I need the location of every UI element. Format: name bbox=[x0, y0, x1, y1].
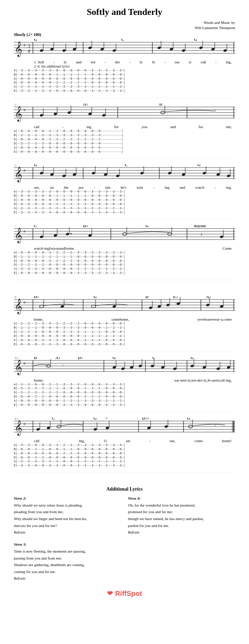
svg-point-168 bbox=[149, 306, 152, 309]
svg-point-164 bbox=[91, 305, 96, 308]
svg-text:♭: ♭ bbox=[175, 302, 177, 305]
svg-point-130 bbox=[65, 232, 69, 235]
tab-grid-5: e|--2---2---2---3---3---3---2---2---2---… bbox=[14, 322, 235, 347]
svg-point-205 bbox=[121, 367, 125, 370]
svg-point-221 bbox=[216, 367, 220, 370]
notation-row-4: 𝄞 # 7 C D7 G Refrain bbox=[14, 225, 235, 280]
verse4-line1: Oh, for the wonderful love he has promis… bbox=[128, 502, 235, 509]
svg-point-133 bbox=[88, 234, 92, 237]
svg-text:3: 3 bbox=[28, 44, 30, 49]
svg-point-24 bbox=[88, 46, 92, 49]
svg-text:3: 3 bbox=[15, 104, 16, 106]
verse4-title: Verse 4: bbox=[128, 495, 235, 502]
staff-svg-2: 𝄞 # 3 A7 D bbox=[14, 104, 235, 124]
svg-text:𝄐: 𝄐 bbox=[105, 418, 108, 421]
svg-text:G: G bbox=[113, 357, 116, 360]
lyric-row-3: see, on the por - tals he's wait - ing a… bbox=[14, 185, 235, 189]
svg-point-223 bbox=[226, 366, 230, 369]
notation-row-2: 𝄞 # 3 A7 D bbox=[14, 104, 235, 159]
attribution-line2: Will Lamartine Thompson bbox=[195, 26, 235, 30]
staff-svg-7: 𝄞 # 15 C G D7 G bbox=[14, 418, 235, 438]
svg-point-245 bbox=[46, 426, 50, 429]
verse3-refrain: Refrain bbox=[14, 575, 121, 582]
svg-text:𝄞: 𝄞 bbox=[15, 41, 22, 57]
svg-point-257 bbox=[164, 425, 168, 428]
svg-text:D: D bbox=[159, 104, 162, 107]
svg-text:C: C bbox=[152, 357, 155, 360]
svg-point-254 bbox=[147, 426, 151, 429]
verse2-title: Verse 2: bbox=[14, 495, 121, 502]
svg-text:C: C bbox=[34, 225, 37, 228]
svg-point-20 bbox=[62, 49, 66, 52]
svg-point-30 bbox=[157, 46, 161, 49]
svg-point-177 bbox=[206, 303, 210, 306]
svg-text:𝄞: 𝄞 bbox=[15, 298, 22, 315]
svg-point-60 bbox=[67, 111, 71, 114]
svg-point-211 bbox=[150, 364, 154, 367]
svg-point-174 bbox=[176, 302, 180, 305]
svg-text:D7: D7 bbox=[142, 418, 147, 421]
svg-point-32 bbox=[169, 47, 173, 51]
svg-point-90 bbox=[72, 173, 76, 176]
svg-point-243 bbox=[36, 428, 40, 431]
svg-text:E7: E7 bbox=[173, 296, 178, 299]
tab-grid-6: e|--2---2---0---0---2---2---3---3---3---… bbox=[14, 383, 235, 408]
svg-point-102 bbox=[181, 173, 185, 176]
svg-point-34 bbox=[181, 49, 185, 52]
svg-text:𝄞: 𝄞 bbox=[15, 167, 22, 183]
riffspot-name: RiffSpot bbox=[115, 590, 142, 597]
svg-point-56 bbox=[39, 114, 43, 117]
svg-point-58 bbox=[53, 112, 57, 115]
svg-point-160 bbox=[39, 305, 44, 308]
svg-text:A7: A7 bbox=[83, 104, 88, 107]
attribution: Words and Music by Will Lamartine Thomps… bbox=[14, 20, 235, 31]
svg-point-166 bbox=[112, 305, 116, 308]
staff-svg-5: 𝄞 # 9 D7 G D E7 A7 bbox=[14, 296, 235, 317]
svg-text:G: G bbox=[34, 164, 37, 167]
staff-svg-3: 𝄞 # 5 G C G bbox=[14, 164, 235, 185]
staff-svg-4: 𝄞 # 7 C D7 G Refrain bbox=[14, 225, 235, 246]
tab-grid-1: e|--3---3---3---3---3---0---0---0---0---… bbox=[14, 69, 235, 93]
tab-grid-3: e|--3---3---3---3---3---0---0---0---0---… bbox=[14, 190, 235, 215]
svg-point-36 bbox=[199, 46, 203, 49]
lyrics-columns: Verse 2: Why should we tarry when Jesus … bbox=[14, 495, 235, 582]
lyric-row-4: watch - ing for you and for me. Come bbox=[14, 246, 235, 250]
tab-grid-7: e|--3---3---0---0---3---3---2---2---3---… bbox=[14, 444, 235, 468]
lyric-row-1b: 2.-4. See additional lyrics bbox=[14, 64, 235, 68]
svg-text:C: C bbox=[52, 418, 55, 421]
svg-point-18 bbox=[50, 47, 54, 51]
additional-lyrics-section: Additional Lyrics Verse 2: Why should we… bbox=[14, 483, 235, 582]
lyric-row-1: 1. Soft - ly and ten - der - ly Je - sus… bbox=[14, 60, 235, 64]
lyric-row-6: home; ear - nest - ly, ten - der - ly, J… bbox=[14, 378, 235, 382]
svg-point-219 bbox=[202, 366, 206, 369]
lyric-row-2: call - ing for you and for me; bbox=[14, 125, 235, 129]
svg-text:𝄾: 𝄾 bbox=[215, 110, 216, 112]
svg-point-179 bbox=[220, 305, 223, 308]
lyric-row-7: call - ing, O sin - ner, come home! bbox=[14, 439, 235, 443]
lyrics-col-right: Verse 4: Oh, for the wonderful love he h… bbox=[128, 495, 235, 582]
svg-point-170 bbox=[157, 305, 161, 308]
svg-text:G: G bbox=[197, 164, 201, 167]
svg-point-104 bbox=[202, 172, 206, 175]
svg-point-40 bbox=[223, 49, 227, 52]
svg-point-213 bbox=[161, 366, 164, 369]
svg-text:5: 5 bbox=[15, 164, 16, 167]
svg-point-86 bbox=[50, 173, 54, 176]
spacer bbox=[14, 286, 235, 296]
svg-text:G: G bbox=[194, 39, 197, 42]
svg-point-249 bbox=[93, 428, 97, 431]
svg-point-22 bbox=[72, 47, 76, 51]
svg-text:D: D bbox=[145, 296, 149, 299]
svg-point-140 bbox=[220, 235, 223, 238]
svg-text:15: 15 bbox=[15, 418, 18, 420]
verse2-line4: mercies for you and for me? bbox=[14, 523, 121, 529]
svg-text:12: 12 bbox=[15, 357, 18, 360]
lyrics-col-left: Verse 2: Why should we tarry when Jesus … bbox=[14, 495, 121, 582]
svg-point-251 bbox=[105, 426, 109, 429]
svg-text:7: 7 bbox=[15, 225, 16, 228]
svg-point-94 bbox=[104, 173, 107, 176]
svg-point-126 bbox=[39, 235, 43, 238]
svg-text:𝄞: 𝄞 bbox=[15, 106, 22, 122]
svg-text:Refrain: Refrain bbox=[194, 225, 206, 228]
svg-point-100 bbox=[168, 172, 171, 175]
